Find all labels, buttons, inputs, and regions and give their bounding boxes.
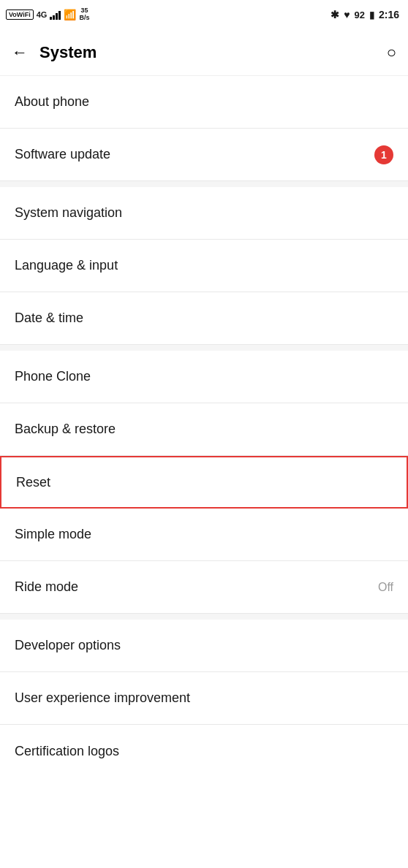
menu-item-ride-mode[interactable]: Ride mode Off (0, 561, 408, 614)
menu-item-reset[interactable]: Reset (0, 456, 408, 509)
ride-mode-value-container: Off (378, 581, 393, 594)
menu-list: About phone Software update 1 System nav… (0, 76, 408, 777)
user-experience-label: User experience improvement (15, 690, 190, 706)
search-icon[interactable]: ○ (387, 43, 396, 62)
system-navigation-label: System navigation (15, 205, 122, 221)
battery-icon: ▮ (369, 9, 374, 20)
status-right: ✱ ♥ 92 ▮ 2:16 (330, 9, 399, 20)
battery-level: 92 (355, 9, 365, 20)
certification-logos-label: Certification logos (15, 744, 119, 759)
reset-label: Reset (16, 475, 50, 490)
menu-item-date-time[interactable]: Date & time (0, 292, 408, 345)
wifi-icon: 📶 (64, 9, 76, 20)
software-update-badge-container: 1 (374, 145, 393, 164)
network-speed: 35 B/s (79, 7, 89, 22)
menu-item-user-experience[interactable]: User experience improvement (0, 672, 408, 725)
menu-item-phone-clone[interactable]: Phone Clone (0, 351, 408, 403)
vibrate-icon: ♥ (344, 9, 350, 20)
status-left: VoWiFi 4G 📶 35 B/s (6, 7, 89, 22)
signal-bars-icon (50, 9, 61, 20)
simple-mode-label: Simple mode (15, 527, 91, 542)
section-divider-1 (0, 181, 408, 187)
phone-clone-label: Phone Clone (15, 369, 91, 384)
header: ← System ○ (0, 29, 408, 76)
menu-item-software-update[interactable]: Software update 1 (0, 129, 408, 181)
menu-item-developer-options[interactable]: Developer options (0, 620, 408, 672)
section-divider-3 (0, 614, 408, 620)
software-update-label: Software update (15, 147, 110, 162)
ride-mode-label: Ride mode (15, 579, 78, 595)
developer-options-label: Developer options (15, 638, 121, 653)
date-time-label: Date & time (15, 311, 83, 326)
menu-item-about-phone[interactable]: About phone (0, 76, 408, 129)
backup-restore-label: Backup & restore (15, 422, 116, 437)
software-update-badge: 1 (374, 145, 393, 164)
language-input-label: Language & input (15, 258, 118, 273)
signal-4g-icon: 4G (37, 10, 48, 19)
back-button[interactable]: ← (12, 43, 28, 62)
status-bar: VoWiFi 4G 📶 35 B/s ✱ ♥ 92 ▮ 2:16 (0, 0, 408, 29)
clock: 2:16 (379, 9, 399, 20)
about-phone-label: About phone (15, 94, 89, 110)
menu-item-certification-logos[interactable]: Certification logos (0, 725, 408, 777)
section-divider-2 (0, 345, 408, 351)
menu-item-simple-mode[interactable]: Simple mode (0, 509, 408, 561)
vowifi-icon: VoWiFi (6, 9, 34, 20)
ride-mode-value: Off (378, 581, 393, 594)
menu-item-backup-restore[interactable]: Backup & restore (0, 403, 408, 456)
menu-item-system-navigation[interactable]: System navigation (0, 187, 408, 240)
menu-item-language-input[interactable]: Language & input (0, 240, 408, 292)
page-title: System (39, 43, 375, 62)
bluetooth-icon: ✱ (330, 9, 339, 20)
